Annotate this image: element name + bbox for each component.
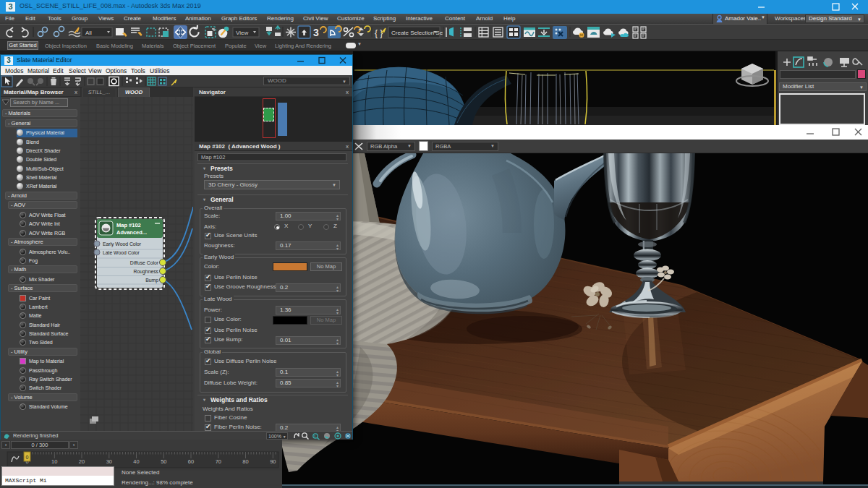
svg-text:Advanced...: Advanced... [116, 229, 147, 236]
svg-text:10: 10 [51, 458, 57, 465]
svg-text:Early Wood Color: Early Wood Color [103, 241, 142, 247]
svg-text:70: 70 [216, 458, 221, 465]
svg-text:All: All [85, 30, 92, 36]
svg-text:View: View [236, 30, 248, 36]
svg-text:3: 3 [313, 27, 319, 38]
svg-text:80: 80 [242, 458, 248, 465]
svg-text:Bump: Bump [145, 278, 158, 283]
svg-text:Late Wood Color: Late Wood Color [103, 250, 140, 255]
svg-text:3: 3 [314, 435, 316, 439]
svg-text:50: 50 [161, 458, 166, 465]
svg-text:60: 60 [188, 458, 194, 465]
svg-text:90: 90 [270, 458, 276, 465]
svg-text:Map #102: Map #102 [116, 222, 141, 228]
svg-text:Diffuse Color: Diffuse Color [130, 260, 159, 265]
svg-text:Roughness: Roughness [134, 269, 159, 275]
svg-text:20: 20 [79, 458, 85, 465]
svg-text:30: 30 [106, 458, 112, 465]
svg-text:40: 40 [133, 458, 139, 465]
svg-text:0: 0 [26, 455, 29, 460]
